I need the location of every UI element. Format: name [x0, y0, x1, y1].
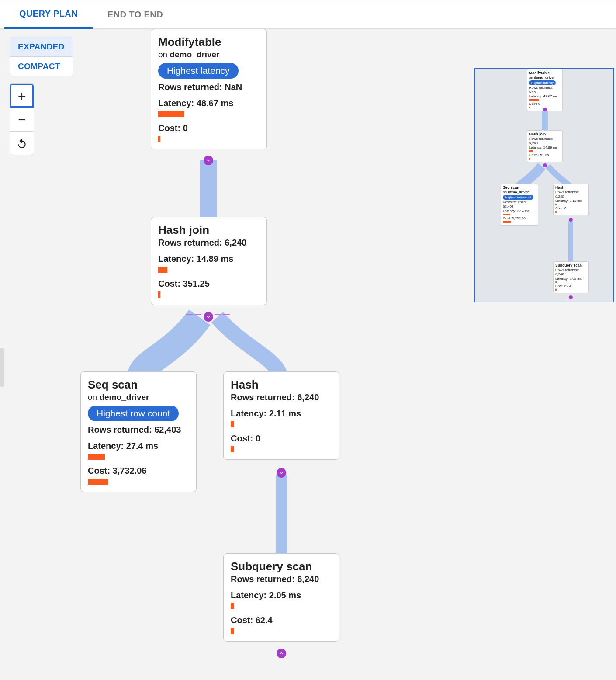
cost-label: Cost: 0 [158, 123, 260, 133]
node-title: Hash [231, 378, 332, 392]
latency-bar [231, 421, 234, 427]
node-title: Seq scan [88, 378, 189, 392]
chevron-down-icon [207, 160, 210, 161]
latency-label: Latency: 48.67 ms [158, 98, 260, 108]
plan-canvas[interactable]: EXPANDED COMPACT ＋ − Modifytable [0, 29, 616, 680]
latency-bar [231, 603, 234, 609]
expanded-button[interactable]: EXPANDED [10, 37, 73, 56]
chevron-down-icon [207, 316, 210, 318]
rows-returned: Rows returned: 6,240 [231, 574, 332, 584]
latency-label: Latency: 14.89 ms [158, 254, 260, 264]
minimap[interactable]: Modifytable on demo_driver Highest laten… [474, 68, 614, 302]
node-seqscan[interactable]: Seq scan on demo_driver Highest row coun… [80, 371, 197, 492]
cost-label: Cost: 62.4 [231, 615, 332, 625]
highest-latency-badge: Highest latency [158, 63, 239, 79]
reset-view-button[interactable] [10, 131, 34, 155]
node-title: Hash join [158, 223, 260, 237]
expand-chevron[interactable] [277, 649, 286, 658]
minimap-chevron [569, 218, 573, 222]
highest-row-count-badge: Highest row count [88, 406, 179, 421]
node-subtitle: on demo_driver [88, 392, 189, 402]
minimap-node: Modifytable on demo_driver Highest laten… [527, 69, 563, 111]
scrollbar-thumb[interactable] [0, 348, 4, 387]
node-hash[interactable]: Hash Rows returned: 6,240 Latency: 2.11 … [223, 371, 339, 460]
node-title: Subquery scan [231, 560, 332, 573]
cost-label: Cost: 351.25 [158, 279, 260, 289]
node-title: Modifytable [158, 35, 260, 49]
view-toggle-group: EXPANDED COMPACT [10, 37, 73, 76]
rows-returned: Rows returned: 6,240 [158, 238, 260, 248]
latency-label: Latency: 2.05 ms [231, 590, 332, 600]
minimap-node: Subquery scan Rows returned: 6,240 Laten… [553, 261, 589, 293]
rows-returned: Rows returned: 6,240 [231, 392, 332, 402]
minimap-chevron [543, 163, 547, 167]
chevron-up-icon [280, 652, 283, 654]
latency-bar [158, 267, 167, 273]
cost-bar [231, 628, 234, 634]
minimap-node: Seq scan on demo_driver Highest row coun… [501, 184, 538, 226]
collapse-chevron[interactable] [204, 312, 213, 322]
reset-icon [16, 138, 28, 149]
join-hash-marks-right [215, 314, 230, 315]
cost-bar [158, 291, 160, 298]
node-subquery[interactable]: Subquery scan Rows returned: 6,240 Laten… [223, 553, 339, 642]
cost-label: Cost: 0 [231, 434, 332, 444]
cost-bar [158, 136, 160, 142]
node-modifytable[interactable]: Modifytable on demo_driver Highest laten… [151, 29, 267, 149]
cost-bar [88, 479, 108, 485]
minimap-chevron [543, 108, 547, 111]
node-subtitle: on demo_driver [158, 50, 260, 59]
zoom-out-button[interactable]: − [10, 108, 34, 131]
latency-label: Latency: 2.11 ms [231, 409, 332, 419]
rows-returned: Rows returned: 62,403 [88, 425, 189, 435]
latency-bar [88, 454, 105, 460]
cost-bar [231, 446, 234, 452]
join-hash-marks-left [186, 314, 201, 315]
collapse-chevron[interactable] [277, 468, 286, 478]
latency-bar [158, 111, 184, 117]
tab-end-to-end[interactable]: END TO END [93, 0, 178, 29]
minimap-chevron [569, 295, 573, 299]
latency-label: Latency: 27.4 ms [88, 441, 189, 451]
node-hashjoin[interactable]: Hash join Rows returned: 6,240 Latency: … [151, 217, 267, 305]
zoom-in-button[interactable]: ＋ [10, 84, 34, 108]
cost-label: Cost: 3,732.06 [88, 466, 189, 476]
chevron-down-icon [280, 472, 283, 474]
minimap-node: Hash Rows returned: 6,240 Latency: 2.11 … [553, 184, 589, 215]
tab-query-plan[interactable]: QUERY PLAN [4, 0, 93, 29]
controls-panel: EXPANDED COMPACT ＋ − [10, 37, 73, 155]
zoom-group: ＋ − [10, 83, 34, 155]
rows-returned: Rows returned: NaN [158, 82, 260, 92]
tabs-bar: QUERY PLAN END TO END [0, 0, 616, 29]
minimap-node: Hash join Rows returned: 6,240 Latency: … [527, 130, 563, 162]
compact-button[interactable]: COMPACT [10, 56, 73, 76]
collapse-chevron[interactable] [204, 156, 213, 165]
